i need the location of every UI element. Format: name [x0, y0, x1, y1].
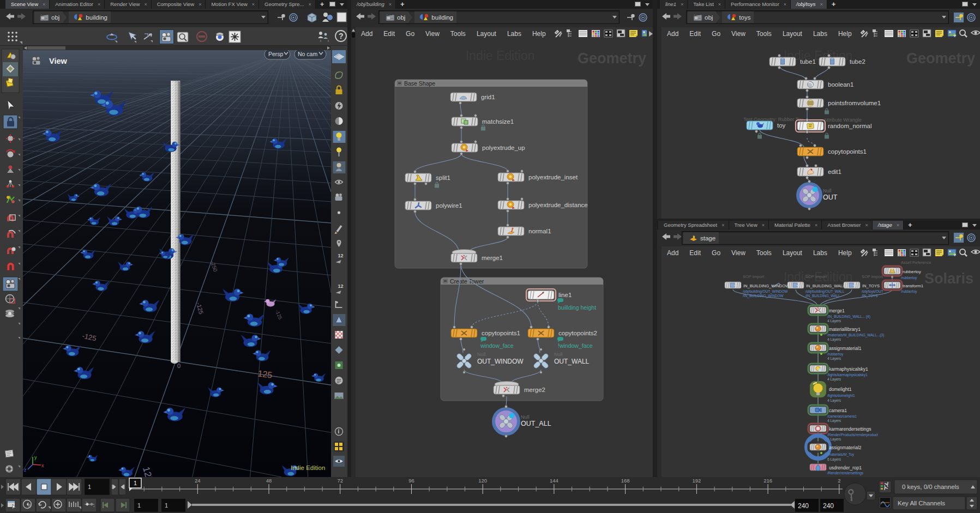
svg-text:6 Layers: 6 Layers: [827, 457, 841, 462]
svg-text:24: 24: [195, 478, 201, 484]
svg-text:0: 0: [177, 363, 181, 369]
svg-text:boolean1: boolean1: [828, 81, 853, 88]
svg-text:120: 120: [478, 478, 487, 484]
svg-text:assignmaterial1: assignmaterial1: [829, 346, 862, 351]
svg-text:+: +: [953, 252, 956, 258]
svg-text:grid1: grid1: [481, 94, 495, 100]
svg-text:/obj/building/OUT_WALL: /obj/building/OUT_WALL: [805, 289, 845, 294]
svg-text:copytopoints1: copytopoints1: [828, 148, 867, 155]
svg-text:240: 240: [798, 502, 809, 510]
svg-text:camera1: camera1: [829, 408, 847, 413]
svg-text:SOP Import: SOP Import: [743, 274, 765, 279]
svg-text:/obj/building/OUT_WINDOW: /obj/building/OUT_WINDOW: [743, 289, 788, 294]
svg-text:Attribute Wrangle: Attribute Wrangle: [823, 117, 861, 123]
svg-text:/obj/toys/OUT: /obj/toys/OUT: [862, 289, 883, 294]
svg-text:240: 240: [823, 502, 834, 510]
svg-text:View: View: [49, 57, 68, 65]
svg-text:168: 168: [621, 478, 630, 484]
svg-text:96: 96: [408, 478, 414, 484]
svg-text:merge2: merge2: [524, 387, 545, 393]
svg-text:/cameras/camera1: /cameras/camera1: [827, 414, 857, 418]
svg-text:/materials/M_Toy: /materials/M_Toy: [827, 452, 855, 457]
svg-text:/IN_BUILDING_WALL... (4): /IN_BUILDING_WALL... (4): [827, 315, 870, 319]
svg-text:transform1: transform1: [903, 283, 924, 288]
svg-text:IN_BUILDING_WALL: IN_BUILDING_WALL: [806, 283, 845, 288]
svg-text:merge1: merge1: [482, 255, 503, 261]
svg-text:Geometry: Geometry: [906, 50, 975, 67]
svg-text:4 Layers: 4 Layers: [827, 377, 841, 382]
svg-text:polyextrude_distance: polyextrude_distance: [528, 202, 588, 208]
svg-text:polyextrude_up: polyextrude_up: [482, 144, 525, 151]
svg-text:Base Shape: Base Shape: [404, 80, 435, 87]
svg-text:4 Layers: 4 Layers: [827, 399, 841, 403]
svg-text:12: 12: [338, 253, 344, 258]
svg-text:192: 192: [692, 478, 701, 484]
svg-text:No cam: No cam: [298, 51, 317, 57]
svg-text:i: i: [338, 428, 340, 434]
svg-text:split1: split1: [436, 174, 450, 181]
svg-text:1: 1: [134, 480, 137, 486]
svg-text:/lights/karmaphysicalsky1: /lights/karmaphysicalsky1: [827, 373, 868, 377]
svg-text:tube1: tube1: [800, 58, 816, 65]
svg-text:assignmaterial2: assignmaterial2: [829, 445, 862, 450]
svg-text:SOP Import: SOP Import: [862, 274, 883, 279]
svg-text:materiallibrary1: materiallibrary1: [829, 327, 861, 332]
svg-text:copytopoints1: copytopoints1: [482, 330, 520, 336]
svg-text:Null: Null: [521, 414, 530, 420]
svg-text:Indie Edition: Indie Edition: [466, 49, 535, 63]
svg-text:1: 1: [137, 502, 141, 509]
svg-text:z: z: [24, 467, 27, 473]
svg-text:random_normal: random_normal: [828, 123, 872, 129]
svg-text:karmaphysicalsky1: karmaphysicalsky1: [829, 366, 868, 372]
svg-text:/IN_BUILDING_WALL: /IN_BUILDING_WALL: [805, 294, 840, 298]
svg-text:2: 2: [838, 478, 840, 484]
svg-text:IN_TOYS: IN_TOYS: [862, 283, 880, 288]
svg-text:216: 216: [763, 478, 772, 484]
svg-text:+: +: [953, 33, 956, 39]
svg-text:72: 72: [337, 478, 343, 484]
svg-text:Indie Edition: Indie Edition: [291, 464, 325, 471]
svg-text:line1: line1: [558, 292, 572, 298]
svg-text:Create Tower: Create Tower: [450, 278, 484, 285]
svg-text:/IN_BUILDING_WINDOW: /IN_BUILDING_WINDOW: [743, 294, 784, 298]
svg-text:?: ?: [339, 32, 344, 40]
svg-text:4 Layers: 4 Layers: [827, 319, 841, 323]
svg-text:Null: Null: [823, 188, 832, 194]
svg-text:copytopoints2: copytopoints2: [558, 330, 597, 336]
svg-text:48: 48: [266, 478, 272, 484]
svg-text:IN_BUILDING_WINDOW: IN_BUILDING_WINDOW: [743, 283, 790, 288]
svg-text:Geometry: Geometry: [578, 50, 646, 67]
svg-text:)): )): [28, 503, 31, 508]
svg-text:/lights/domelight1: /lights/domelight1: [827, 394, 855, 398]
svg-text:/materials/M_BUILDING_WALL...(: /materials/M_BUILDING_WALL...(3): [827, 333, 884, 337]
svg-text:Key All Channels: Key All Channels: [898, 500, 945, 506]
svg-text:rubbertoy: rubbertoy: [903, 269, 921, 274]
svg-text:4 Layers: 4 Layers: [827, 419, 841, 423]
svg-text:4 Layers: 4 Layers: [827, 337, 841, 342]
svg-text:Asset Reference: Asset Reference: [901, 260, 931, 265]
svg-text:/rubbertoy: /rubbertoy: [827, 352, 844, 357]
svg-text:/rubbertoy: /rubbertoy: [901, 289, 917, 294]
svg-text:OUT: OUT: [823, 194, 838, 201]
svg-text:1: 1: [88, 484, 91, 490]
svg-text:/Render/rendersettings: /Render/rendersettings: [827, 471, 864, 475]
svg-text:merge1: merge1: [829, 308, 845, 313]
svg-text:4 Layers: 4 Layers: [827, 357, 841, 361]
svg-text:usdrender_rop1: usdrender_rop1: [829, 465, 862, 470]
svg-text:x: x: [41, 463, 44, 468]
svg-text:!window_face: !window_face: [558, 342, 593, 349]
svg-text:window_face: window_face: [480, 342, 514, 349]
svg-text:0 keys, 0/0 channels: 0 keys, 0/0 channels: [902, 484, 959, 490]
svg-text:toy: toy: [777, 122, 786, 129]
svg-text:12: 12: [338, 283, 344, 289]
svg-text:OUT_ALL: OUT_ALL: [521, 420, 551, 427]
svg-text:polyextrude_inset: polyextrude_inset: [528, 174, 578, 180]
svg-text:buillding height: buillding height: [558, 304, 596, 311]
svg-text:OUT_WINDOW: OUT_WINDOW: [477, 358, 524, 365]
svg-text:144: 144: [550, 478, 558, 484]
svg-text:/rubbertoy: /rubbertoy: [901, 276, 917, 280]
svg-text:Persp: Persp: [268, 51, 284, 57]
svg-text:tube2: tube2: [850, 58, 865, 65]
svg-text:/Render/Products/renderproduct: /Render/Products/renderproduct: [827, 433, 878, 437]
svg-text:/IN_TOYS: /IN_TOYS: [862, 294, 878, 298]
